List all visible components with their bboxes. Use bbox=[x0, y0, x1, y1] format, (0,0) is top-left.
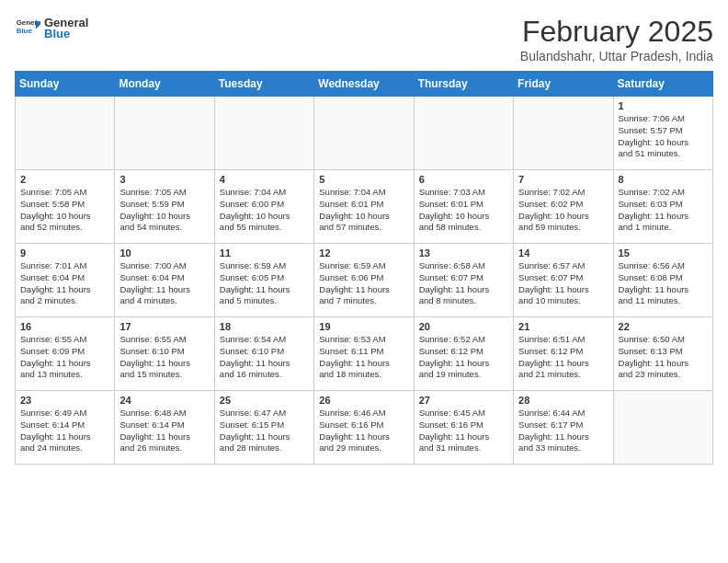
day-info: Sunrise: 7:01 AM Sunset: 6:04 PM Dayligh… bbox=[20, 260, 109, 307]
day-info: Sunrise: 7:03 AM Sunset: 6:01 PM Dayligh… bbox=[419, 187, 508, 234]
calendar-day-cell: 13Sunrise: 6:58 AM Sunset: 6:07 PM Dayli… bbox=[414, 244, 513, 317]
day-number: 9 bbox=[20, 247, 109, 259]
logo: General Blue General Blue bbox=[15, 15, 88, 40]
calendar-day-cell: 21Sunrise: 6:51 AM Sunset: 6:12 PM Dayli… bbox=[514, 317, 613, 391]
calendar-day-cell: 9Sunrise: 7:01 AM Sunset: 6:04 PM Daylig… bbox=[16, 244, 115, 317]
day-info: Sunrise: 6:58 AM Sunset: 6:07 PM Dayligh… bbox=[419, 260, 508, 307]
day-info: Sunrise: 7:06 AM Sunset: 5:57 PM Dayligh… bbox=[619, 113, 708, 160]
calendar-day-cell: 5Sunrise: 7:04 AM Sunset: 6:01 PM Daylig… bbox=[314, 170, 414, 244]
day-number: 13 bbox=[419, 247, 508, 259]
calendar-day-cell: 25Sunrise: 6:47 AM Sunset: 6:15 PM Dayli… bbox=[214, 391, 313, 465]
calendar-table: SundayMondayTuesdayWednesdayThursdayFrid… bbox=[15, 71, 713, 465]
day-info: Sunrise: 7:02 AM Sunset: 6:02 PM Dayligh… bbox=[518, 187, 608, 234]
day-number: 23 bbox=[20, 395, 109, 406]
day-number: 15 bbox=[619, 247, 708, 259]
calendar-week-4: 16Sunrise: 6:55 AM Sunset: 6:09 PM Dayli… bbox=[16, 317, 713, 391]
day-number: 28 bbox=[518, 395, 608, 406]
calendar-day-cell: 16Sunrise: 6:55 AM Sunset: 6:09 PM Dayli… bbox=[16, 317, 115, 391]
day-info: Sunrise: 6:55 AM Sunset: 6:09 PM Dayligh… bbox=[20, 334, 109, 381]
calendar-day-cell: 23Sunrise: 6:49 AM Sunset: 6:14 PM Dayli… bbox=[16, 391, 115, 465]
weekday-header-tuesday: Tuesday bbox=[214, 72, 313, 97]
day-number: 27 bbox=[419, 395, 508, 406]
calendar-day-cell: 4Sunrise: 7:04 AM Sunset: 6:00 PM Daylig… bbox=[214, 170, 313, 244]
day-number: 20 bbox=[419, 321, 508, 332]
page-header: General Blue General Blue February 2025 … bbox=[15, 15, 713, 63]
calendar-day-cell: 8Sunrise: 7:02 AM Sunset: 6:03 PM Daylig… bbox=[613, 170, 712, 244]
day-info: Sunrise: 6:54 AM Sunset: 6:10 PM Dayligh… bbox=[220, 334, 309, 381]
weekday-header-thursday: Thursday bbox=[414, 72, 513, 97]
day-number: 5 bbox=[319, 174, 408, 185]
day-number: 25 bbox=[220, 395, 309, 406]
calendar-day-cell: 15Sunrise: 6:56 AM Sunset: 6:08 PM Dayli… bbox=[613, 244, 712, 317]
calendar-day-cell: 20Sunrise: 6:52 AM Sunset: 6:12 PM Dayli… bbox=[414, 317, 513, 391]
calendar-week-1: 1Sunrise: 7:06 AM Sunset: 5:57 PM Daylig… bbox=[16, 97, 713, 170]
calendar-day-cell bbox=[613, 391, 712, 465]
month-title: February 2025 bbox=[520, 15, 713, 49]
day-info: Sunrise: 6:56 AM Sunset: 6:08 PM Dayligh… bbox=[619, 260, 708, 307]
calendar-day-cell: 18Sunrise: 6:54 AM Sunset: 6:10 PM Dayli… bbox=[214, 317, 313, 391]
day-info: Sunrise: 7:00 AM Sunset: 6:04 PM Dayligh… bbox=[119, 260, 209, 307]
calendar-week-2: 2Sunrise: 7:05 AM Sunset: 5:58 PM Daylig… bbox=[16, 170, 713, 244]
calendar-day-cell bbox=[414, 97, 513, 170]
calendar-day-cell: 12Sunrise: 6:59 AM Sunset: 6:06 PM Dayli… bbox=[314, 244, 414, 317]
day-info: Sunrise: 6:53 AM Sunset: 6:11 PM Dayligh… bbox=[319, 334, 408, 381]
calendar-day-cell: 1Sunrise: 7:06 AM Sunset: 5:57 PM Daylig… bbox=[613, 97, 712, 170]
calendar-day-cell: 19Sunrise: 6:53 AM Sunset: 6:11 PM Dayli… bbox=[314, 317, 414, 391]
day-number: 2 bbox=[20, 174, 109, 185]
day-info: Sunrise: 6:47 AM Sunset: 6:15 PM Dayligh… bbox=[220, 408, 309, 454]
calendar-day-cell bbox=[314, 97, 414, 170]
calendar-day-cell: 17Sunrise: 6:55 AM Sunset: 6:10 PM Dayli… bbox=[115, 317, 214, 391]
location-text: Bulandshahr, Uttar Pradesh, India bbox=[520, 49, 713, 63]
calendar-day-cell: 26Sunrise: 6:46 AM Sunset: 6:16 PM Dayli… bbox=[314, 391, 414, 465]
day-number: 11 bbox=[220, 247, 309, 259]
day-info: Sunrise: 7:05 AM Sunset: 5:59 PM Dayligh… bbox=[119, 187, 209, 234]
day-info: Sunrise: 6:45 AM Sunset: 6:16 PM Dayligh… bbox=[419, 408, 508, 454]
day-number: 6 bbox=[419, 174, 508, 185]
day-number: 18 bbox=[220, 321, 309, 332]
calendar-day-cell: 24Sunrise: 6:48 AM Sunset: 6:14 PM Dayli… bbox=[115, 391, 214, 465]
day-info: Sunrise: 6:48 AM Sunset: 6:14 PM Dayligh… bbox=[119, 408, 209, 454]
calendar-day-cell bbox=[115, 97, 214, 170]
day-info: Sunrise: 6:59 AM Sunset: 6:06 PM Dayligh… bbox=[319, 260, 408, 307]
day-info: Sunrise: 6:51 AM Sunset: 6:12 PM Dayligh… bbox=[518, 334, 608, 381]
weekday-header-sunday: Sunday bbox=[16, 72, 115, 97]
day-info: Sunrise: 7:04 AM Sunset: 6:00 PM Dayligh… bbox=[220, 187, 309, 234]
day-number: 21 bbox=[518, 321, 608, 332]
weekday-header-saturday: Saturday bbox=[613, 72, 712, 97]
weekday-header-wednesday: Wednesday bbox=[314, 72, 414, 97]
calendar-day-cell: 7Sunrise: 7:02 AM Sunset: 6:02 PM Daylig… bbox=[514, 170, 613, 244]
calendar-week-3: 9Sunrise: 7:01 AM Sunset: 6:04 PM Daylig… bbox=[16, 244, 713, 317]
calendar-day-cell: 14Sunrise: 6:57 AM Sunset: 6:07 PM Dayli… bbox=[514, 244, 613, 317]
day-number: 22 bbox=[619, 321, 708, 332]
svg-text:Blue: Blue bbox=[17, 27, 33, 35]
weekday-header-friday: Friday bbox=[514, 72, 613, 97]
day-info: Sunrise: 6:52 AM Sunset: 6:12 PM Dayligh… bbox=[419, 334, 508, 381]
calendar-day-cell: 11Sunrise: 6:59 AM Sunset: 6:05 PM Dayli… bbox=[214, 244, 313, 317]
day-number: 10 bbox=[119, 247, 209, 259]
day-info: Sunrise: 6:46 AM Sunset: 6:16 PM Dayligh… bbox=[319, 408, 408, 454]
calendar-day-cell: 10Sunrise: 7:00 AM Sunset: 6:04 PM Dayli… bbox=[115, 244, 214, 317]
weekday-header-monday: Monday bbox=[115, 72, 214, 97]
day-info: Sunrise: 6:55 AM Sunset: 6:10 PM Dayligh… bbox=[119, 334, 209, 381]
day-number: 19 bbox=[319, 321, 408, 332]
day-number: 26 bbox=[319, 395, 408, 406]
title-block: February 2025 Bulandshahr, Uttar Pradesh… bbox=[520, 15, 713, 63]
calendar-day-cell bbox=[214, 97, 313, 170]
day-info: Sunrise: 6:59 AM Sunset: 6:05 PM Dayligh… bbox=[220, 260, 309, 307]
day-number: 1 bbox=[619, 100, 708, 111]
day-number: 17 bbox=[119, 321, 209, 332]
calendar-day-cell bbox=[16, 97, 115, 170]
day-number: 24 bbox=[119, 395, 209, 406]
weekday-header-row: SundayMondayTuesdayWednesdayThursdayFrid… bbox=[16, 72, 713, 97]
calendar-day-cell: 22Sunrise: 6:50 AM Sunset: 6:13 PM Dayli… bbox=[613, 317, 712, 391]
day-info: Sunrise: 6:57 AM Sunset: 6:07 PM Dayligh… bbox=[518, 260, 608, 307]
day-info: Sunrise: 6:44 AM Sunset: 6:17 PM Dayligh… bbox=[518, 408, 608, 454]
day-number: 7 bbox=[518, 174, 608, 185]
calendar-day-cell: 28Sunrise: 6:44 AM Sunset: 6:17 PM Dayli… bbox=[514, 391, 613, 465]
day-number: 12 bbox=[319, 247, 408, 259]
calendar-day-cell: 27Sunrise: 6:45 AM Sunset: 6:16 PM Dayli… bbox=[414, 391, 513, 465]
day-number: 4 bbox=[220, 174, 309, 185]
day-number: 16 bbox=[20, 321, 109, 332]
logo-icon: General Blue bbox=[15, 15, 40, 40]
calendar-week-5: 23Sunrise: 6:49 AM Sunset: 6:14 PM Dayli… bbox=[16, 391, 713, 465]
